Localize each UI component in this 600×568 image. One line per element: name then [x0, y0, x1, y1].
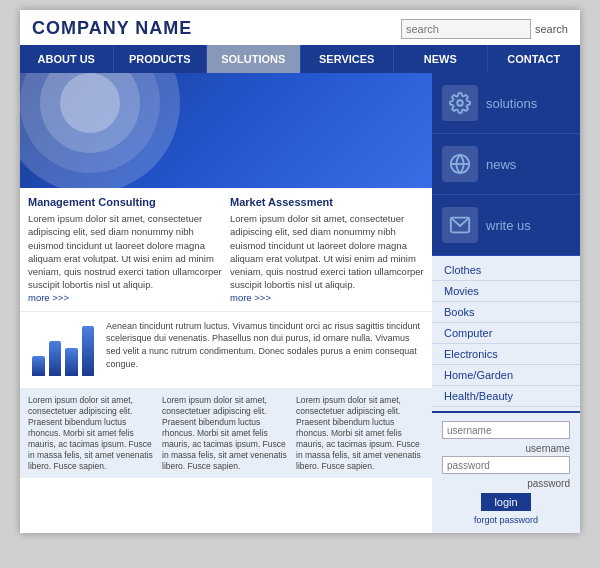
small-article-2: Lorem ipsum dolor sit amet, consectetuer…: [162, 395, 290, 472]
sidebar-write[interactable]: write us: [432, 195, 580, 256]
svg-point-0: [457, 100, 463, 106]
category-list: ClothesMoviesBooksComputerElectronicsHom…: [432, 256, 580, 411]
articles-section: Management Consulting Lorem ipsum dolor …: [20, 188, 432, 312]
search-label: search: [535, 23, 568, 35]
login-button[interactable]: login: [481, 493, 531, 511]
chart-area: Aenean tincidunt rutrum luctus. Vivamus …: [20, 312, 432, 389]
page-wrapper: Company name search ABOUT USPRODUCTSSOLU…: [20, 10, 580, 533]
sidebar-solutions[interactable]: solutions: [432, 73, 580, 134]
password-label: password: [442, 478, 570, 489]
category-computer[interactable]: Computer: [432, 323, 580, 344]
hero-circle-4: [60, 73, 120, 133]
article-2-more[interactable]: more >>>: [230, 292, 424, 303]
bar-4: [82, 326, 95, 376]
gear-icon: [442, 85, 478, 121]
news-label: news: [486, 157, 516, 172]
write-label: write us: [486, 218, 531, 233]
nav-item-news[interactable]: NEWS: [394, 45, 488, 73]
bar-2: [49, 341, 62, 376]
sidebar-news[interactable]: news: [432, 134, 580, 195]
content-area: Management Consulting Lorem ipsum dolor …: [20, 73, 432, 533]
article-1: Management Consulting Lorem ipsum dolor …: [28, 196, 222, 303]
login-area: username password login forgot password: [432, 413, 580, 533]
company-name: Company name: [32, 18, 192, 39]
category-electronics[interactable]: Electronics: [432, 344, 580, 365]
hero-banner: [20, 73, 432, 188]
mail-icon: [442, 207, 478, 243]
category-health-beauty[interactable]: Health/Beauty: [432, 386, 580, 407]
main-area: Management Consulting Lorem ipsum dolor …: [20, 73, 580, 533]
nav-item-solutions[interactable]: SOLUTIONS: [207, 45, 301, 73]
article-1-more[interactable]: more >>>: [28, 292, 222, 303]
article-2-title: Market Assessment: [230, 196, 424, 208]
nav-item-products[interactable]: PRODUCTS: [114, 45, 208, 73]
category-home-garden[interactable]: Home/Garden: [432, 365, 580, 386]
article-1-title: Management Consulting: [28, 196, 222, 208]
password-input[interactable]: [442, 456, 570, 474]
header: Company name search: [20, 10, 580, 45]
category-clothes[interactable]: Clothes: [432, 260, 580, 281]
username-label: username: [442, 443, 570, 454]
small-article-3: Lorem ipsum dolor sit amet, consectetuer…: [296, 395, 424, 472]
bar-3: [65, 348, 78, 376]
nav-item-services[interactable]: SERVICES: [301, 45, 395, 73]
nav-item-contact[interactable]: CONTACT: [488, 45, 581, 73]
username-input[interactable]: [442, 421, 570, 439]
globe-icon: [442, 146, 478, 182]
article-2: Market Assessment Lorem ipsum dolor sit …: [230, 196, 424, 303]
sidebar: solutions news: [432, 73, 580, 533]
bar-chart: [28, 320, 98, 380]
nav-item-about-us[interactable]: ABOUT US: [20, 45, 114, 73]
search-input[interactable]: [401, 19, 531, 39]
forgot-password-link[interactable]: forgot password: [442, 515, 570, 525]
search-area: search: [401, 19, 568, 39]
solutions-label: solutions: [486, 96, 537, 111]
article-2-text: Lorem ipsum dolor sit amet, consectetuer…: [230, 212, 424, 292]
category-books[interactable]: Books: [432, 302, 580, 323]
chart-description: Aenean tincidunt rutrum luctus. Vivamus …: [106, 320, 424, 380]
bar-1: [32, 356, 45, 376]
small-article-1: Lorem ipsum dolor sit amet, consectetuer…: [28, 395, 156, 472]
category-movies[interactable]: Movies: [432, 281, 580, 302]
article-1-text: Lorem ipsum dolor sit amet, consectetuer…: [28, 212, 222, 292]
nav-bar: ABOUT USPRODUCTSSOLUTIONSSERVICESNEWSCON…: [20, 45, 580, 73]
small-articles-section: Lorem ipsum dolor sit amet, consectetuer…: [20, 389, 432, 478]
